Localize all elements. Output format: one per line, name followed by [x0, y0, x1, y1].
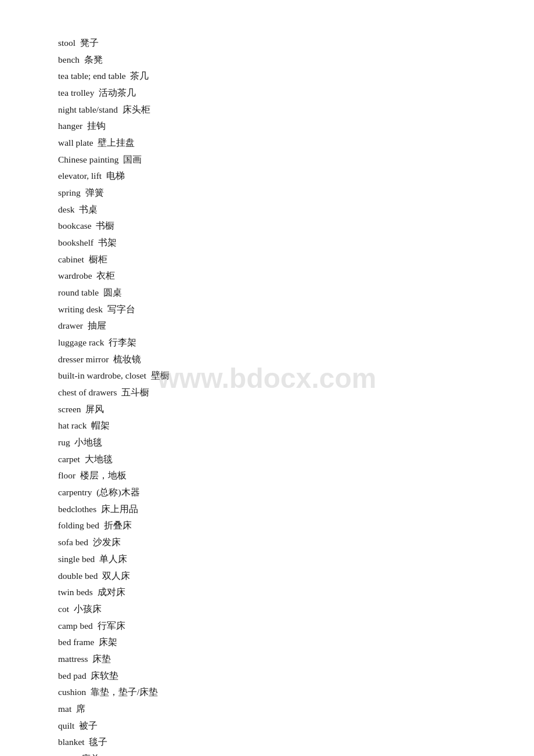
- list-item: drawer 抽屉: [58, 318, 488, 334]
- list-item: bench 条凳: [58, 52, 488, 69]
- vocabulary-list: stool 凳子bench 条凳tea table; end table 茶几t…: [58, 35, 488, 756]
- list-item: single bed 单人床: [58, 551, 488, 568]
- list-item: tea table; end table 茶几: [58, 68, 488, 85]
- list-item: built-in wardrobe, closet 壁橱: [58, 368, 488, 384]
- list-item: writing desk 写字台: [58, 301, 488, 318]
- list-item: twin beds 成对床: [58, 584, 488, 601]
- list-item: Chinese painting 国画: [58, 152, 488, 168]
- list-item: round table 圆桌: [58, 285, 488, 301]
- list-item: bookcase 书橱: [58, 218, 488, 235]
- list-item: rug 小地毯: [58, 434, 488, 451]
- list-item: floor 楼层，地板: [58, 467, 488, 484]
- list-item: chest of drawers 五斗橱: [58, 384, 488, 401]
- list-item: carpet 大地毯: [58, 451, 488, 468]
- list-item: quilt 被子: [58, 718, 488, 735]
- list-item: dresser mirror 梳妆镜: [58, 351, 488, 368]
- list-item: cushion 靠垫，垫子/床垫: [58, 684, 488, 701]
- list-item: carpentry (总称)木器: [58, 484, 488, 501]
- list-item: hat rack 帽架: [58, 417, 488, 434]
- list-item: sheet 床单: [58, 751, 488, 756]
- list-item: bookshelf 书架: [58, 235, 488, 251]
- list-item: double bed 双人床: [58, 568, 488, 585]
- list-item: mat 席: [58, 701, 488, 718]
- list-item: bed frame 床架: [58, 634, 488, 651]
- list-item: desk 书桌: [58, 201, 488, 218]
- list-item: bedclothes 床上用品: [58, 501, 488, 518]
- list-item: screen 屏风: [58, 401, 488, 418]
- list-item: sofa bed 沙发床: [58, 534, 488, 551]
- list-item: mattress 床垫: [58, 651, 488, 668]
- list-item: blanket 毯子: [58, 734, 488, 751]
- list-item: spring 弹簧: [58, 185, 488, 201]
- list-item: wall plate 壁上挂盘: [58, 135, 488, 152]
- list-item: cabinet 橱柜: [58, 251, 488, 268]
- list-item: luggage rack 行李架: [58, 334, 488, 351]
- list-item: night table/stand 床头柜: [58, 102, 488, 118]
- list-item: tea trolley 活动茶几: [58, 85, 488, 102]
- list-item: wardrobe 衣柜: [58, 268, 488, 285]
- list-item: stool 凳子: [58, 35, 488, 52]
- list-item: hanger 挂钩: [58, 118, 488, 135]
- list-item: bed pad 床软垫: [58, 668, 488, 685]
- list-item: cot 小孩床: [58, 601, 488, 618]
- list-item: elevator, lift 电梯: [58, 168, 488, 185]
- list-item: camp bed 行军床: [58, 618, 488, 635]
- list-item: folding bed 折叠床: [58, 517, 488, 534]
